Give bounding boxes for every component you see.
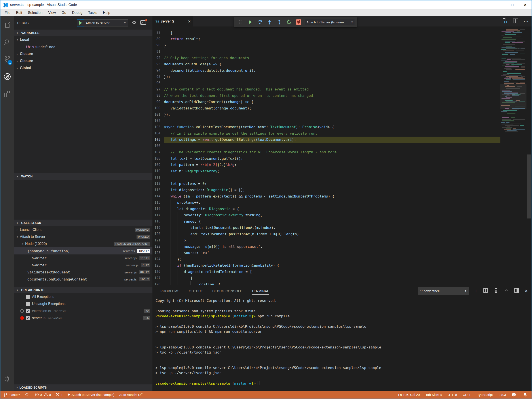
- code-line-113[interactable]: 113let diagnostics: Diagnostic[] = [];: [152, 187, 500, 193]
- breakpoint-row[interactable]: All Exceptions: [14, 293, 152, 300]
- breakpoint-checkbox[interactable]: [26, 295, 30, 299]
- configure-gear-icon[interactable]: [131, 20, 137, 26]
- breakpoints-section-header[interactable]: ▾ BREAKPOINTS: [14, 287, 152, 293]
- menu-debug[interactable]: Debug: [69, 9, 85, 16]
- call-stack-row[interactable]: ▾Attach to ServerPAUSED: [14, 233, 152, 240]
- menu-tasks[interactable]: Tasks: [85, 9, 100, 16]
- step-out-icon[interactable]: [274, 17, 284, 27]
- open-changes-icon[interactable]: [501, 18, 508, 25]
- minimap[interactable]: [500, 26, 526, 285]
- variables-row[interactable]: this: undefined: [14, 43, 152, 50]
- debug-session-dropdown[interactable]: Attach to Server (lsp-sam ▼: [305, 19, 355, 25]
- line-number[interactable]: 111: [152, 175, 164, 179]
- code-line-125[interactable]: 125if (hasDiagnosticRelatedInformationCa…: [152, 262, 500, 269]
- sync-icon[interactable]: [25, 393, 30, 397]
- code-line-100[interactable]: 100validateTextDocument(change.document)…: [152, 105, 500, 111]
- line-number[interactable]: 105: [152, 138, 164, 142]
- code-line-107[interactable]: 107// The validator creates diagnostics …: [152, 149, 500, 156]
- code-line-117[interactable]: 117severity: DiagnosticSeverity.Warning,: [152, 212, 500, 219]
- extensions-icon[interactable]: [0, 85, 14, 102]
- line-number[interactable]: 99: [152, 100, 164, 104]
- line-number[interactable]: 114: [152, 194, 164, 198]
- restart-icon[interactable]: [284, 17, 294, 27]
- code-line-112[interactable]: 112let problems = 0;: [152, 180, 500, 187]
- tab-size-indicator[interactable]: Tab Size: 4: [425, 393, 442, 397]
- line-number[interactable]: 127: [152, 276, 164, 280]
- tab-server-ts[interactable]: TS server.ts ✕: [152, 16, 193, 26]
- code-line-97[interactable]: 97// The content of a text document has …: [152, 86, 500, 93]
- code-line-124[interactable]: 124};: [152, 256, 500, 262]
- line-number[interactable]: 113: [152, 188, 164, 192]
- code-line-121[interactable]: 121},: [152, 237, 500, 244]
- line-number[interactable]: 91: [152, 50, 164, 54]
- eol-indicator[interactable]: CRLF: [463, 393, 471, 397]
- panel-layout-icon[interactable]: [514, 288, 519, 294]
- line-number[interactable]: 89: [152, 37, 164, 41]
- code-line-115[interactable]: 115problems++;: [152, 199, 500, 206]
- line-number[interactable]: 102: [152, 119, 164, 123]
- watch-section-header[interactable]: ▾ WATCH: [14, 173, 152, 180]
- line-number[interactable]: 100: [152, 106, 164, 110]
- variables-row[interactable]: ▸Closure: [14, 50, 152, 57]
- code-line-111[interactable]: 111: [152, 174, 500, 181]
- code-line-92[interactable]: 92// Only keep settings for open documen…: [152, 55, 500, 61]
- debug-status[interactable]: Attach to Server (lsp-sample): [68, 393, 114, 397]
- terminal-output[interactable]: Copyright (C) Microsoft Corporation. All…: [152, 297, 532, 391]
- menu-help[interactable]: Help: [100, 9, 113, 16]
- call-stack-row[interactable]: (anonymous function)server.ts105:17: [14, 247, 152, 254]
- code-line-91[interactable]: 91: [152, 49, 500, 55]
- line-number[interactable]: 93: [152, 62, 164, 66]
- menu-go[interactable]: Go: [59, 9, 69, 16]
- feedback-smiley-icon[interactable]: [512, 392, 517, 397]
- code-line-123[interactable]: 123source: 'ex': [152, 250, 500, 256]
- kill-terminal-trash-icon[interactable]: [494, 288, 498, 294]
- explorer-icon[interactable]: [0, 16, 14, 34]
- debug-config-dropdown[interactable]: Attach to Server ▼: [84, 19, 128, 26]
- code-line-95[interactable]: 95});: [152, 74, 500, 80]
- notifications-bell-icon[interactable]: [523, 392, 528, 397]
- line-number[interactable]: 92: [152, 56, 164, 60]
- call-stack-row[interactable]: validateTextDocumentserver.js88:12: [14, 269, 152, 276]
- code-line-98[interactable]: 98// when the text document first opened…: [152, 92, 500, 99]
- breakpoint-row[interactable]: ✓extension.tsclient\src42: [14, 307, 152, 314]
- code-line-108[interactable]: 108let text = textDocument.getText();: [152, 155, 500, 162]
- line-number[interactable]: 124: [152, 257, 164, 261]
- search-icon[interactable]: [0, 34, 14, 51]
- code-line-114[interactable]: 114while ((m = pattern.exec(text)) && pr…: [152, 193, 500, 199]
- tasks-indicator[interactable]: 1: [56, 393, 63, 397]
- line-number[interactable]: 96: [152, 81, 164, 85]
- variables-row[interactable]: ▾Local: [14, 36, 152, 43]
- line-number[interactable]: 116: [152, 207, 164, 211]
- code-line-110[interactable]: 110let m: RegExpExecArray;: [152, 168, 500, 174]
- loaded-scripts-section-header[interactable]: ▸ LOADED SCRIPTS: [14, 384, 152, 391]
- line-number[interactable]: 123: [152, 251, 164, 255]
- line-number[interactable]: 107: [152, 150, 164, 154]
- variables-section-header[interactable]: ▾ VARIABLES: [14, 30, 152, 36]
- minimize-button[interactable]: –: [493, 0, 506, 9]
- code-line-90[interactable]: 90}: [152, 42, 500, 49]
- line-number[interactable]: 94: [152, 68, 164, 72]
- code-editor[interactable]: 88}89return result;90}9192// Only keep s…: [152, 26, 532, 285]
- menu-selection[interactable]: Selection: [25, 9, 45, 16]
- breakpoint-checkbox[interactable]: [26, 302, 30, 306]
- code-line-105[interactable]: 105let settings = await getDocumentSetti…: [152, 137, 500, 143]
- call-stack-row[interactable]: ▾Node (10220)PAUSED ON BREAKPOINT: [14, 240, 152, 247]
- line-number[interactable]: 126: [152, 270, 164, 274]
- code-line-89[interactable]: 89return result;: [152, 36, 500, 42]
- line-number[interactable]: 108: [152, 156, 164, 160]
- close-button[interactable]: ✕: [519, 0, 532, 9]
- call-stack-row[interactable]: __awaiterserver.js7:12: [14, 262, 152, 269]
- step-into-icon[interactable]: [265, 17, 274, 27]
- code-line-96[interactable]: 96: [152, 80, 500, 86]
- line-number[interactable]: 119: [152, 226, 164, 230]
- call-stack-row[interactable]: documents.onDidChangeContentserver.ts100…: [14, 276, 152, 283]
- disconnect-icon[interactable]: [294, 17, 304, 27]
- line-number[interactable]: 115: [152, 201, 164, 205]
- line-number[interactable]: 88: [152, 31, 164, 35]
- tab-debug-console[interactable]: DEBUG CONSOLE: [212, 285, 242, 297]
- line-number[interactable]: 122: [152, 245, 164, 248]
- menu-file[interactable]: File: [2, 9, 13, 16]
- breakpoint-row[interactable]: Uncaught Exceptions: [14, 300, 152, 307]
- step-over-icon[interactable]: [255, 17, 265, 27]
- code-line-99[interactable]: 99documents.onDidChangeContent((change) …: [152, 99, 500, 105]
